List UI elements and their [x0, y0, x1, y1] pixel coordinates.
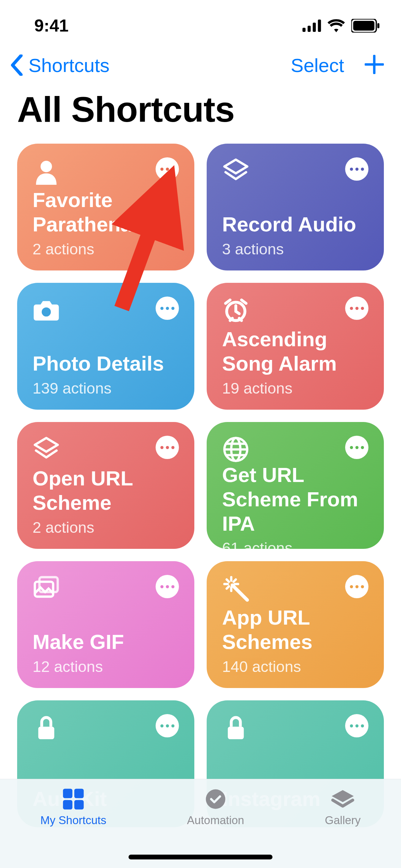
more-options-button[interactable]: [156, 436, 179, 459]
more-options-button[interactable]: [345, 297, 368, 320]
svg-point-7: [40, 161, 52, 172]
shortcut-title: Photo Details: [33, 352, 179, 376]
lock-icon: [222, 714, 250, 742]
shortcut-title: Record Audio: [222, 213, 368, 237]
photos-icon: [33, 575, 60, 602]
camera-icon: [33, 297, 60, 324]
back-button[interactable]: Shortcuts: [10, 54, 110, 76]
shortcut-card[interactable]: Get URL Scheme From IPA61 actions: [207, 422, 384, 549]
shortcut-card[interactable]: Photo Details139 actions: [17, 283, 194, 410]
svg-rect-1: [308, 26, 311, 32]
checkmark-circle-icon: [202, 788, 229, 810]
tab-automation[interactable]: Automation: [187, 788, 244, 827]
shortcut-card[interactable]: App URL Schemes140 actions: [207, 561, 384, 688]
shortcut-title: Ascending Song Alarm: [222, 327, 368, 376]
more-options-button[interactable]: [345, 575, 368, 598]
svg-rect-5: [353, 21, 374, 31]
svg-point-8: [42, 308, 51, 317]
back-label: Shortcuts: [28, 54, 110, 76]
more-options-button[interactable]: [156, 575, 179, 598]
alarm-icon: [222, 297, 250, 324]
shortcut-card[interactable]: Ascending Song Alarm19 actions: [207, 283, 384, 410]
svg-rect-19: [74, 789, 84, 798]
tab-label: Gallery: [325, 814, 361, 827]
navigation-bar: Shortcuts Select: [0, 45, 401, 89]
shortcut-card[interactable]: Record Audio3 actions: [207, 144, 384, 270]
wifi-icon: [327, 19, 345, 32]
more-options-button[interactable]: [156, 157, 179, 181]
svg-rect-3: [318, 20, 321, 32]
shortcuts-grid: Favorite Parathena2 actionsRecord Audio3…: [0, 144, 401, 827]
lock-icon: [33, 714, 60, 742]
svg-point-22: [206, 789, 226, 809]
more-options-button[interactable]: [345, 436, 368, 459]
shortcut-card[interactable]: Make GIF12 actions: [17, 561, 194, 688]
shortcut-title: Favorite Parathena: [33, 188, 179, 237]
grid-icon: [60, 788, 87, 810]
tab-label: My Shortcuts: [40, 814, 107, 827]
svg-rect-20: [63, 800, 73, 810]
svg-rect-0: [303, 28, 306, 32]
shortcut-subtitle: 3 actions: [222, 240, 368, 258]
layers-icon: [329, 788, 356, 810]
more-options-button[interactable]: [156, 297, 179, 320]
shortcut-title: Get URL Scheme From IPA: [222, 463, 368, 536]
shortcut-card[interactable]: Favorite Parathena2 actions: [17, 144, 194, 270]
shortcut-title: Make GIF: [33, 630, 179, 654]
svg-rect-18: [63, 789, 73, 798]
shortcut-subtitle: 2 actions: [33, 519, 179, 537]
status-bar: 9:41: [0, 0, 401, 45]
shortcut-title: App URL Schemes: [222, 606, 368, 654]
shortcut-subtitle: 140 actions: [222, 658, 368, 676]
shortcut-subtitle: 61 actions: [222, 539, 368, 549]
layers-icon: [33, 436, 60, 463]
tab-gallery[interactable]: Gallery: [325, 788, 361, 827]
tab-label: Automation: [187, 814, 244, 827]
svg-rect-21: [74, 800, 84, 810]
person-icon: [33, 157, 60, 185]
shortcut-subtitle: 2 actions: [33, 240, 179, 258]
globe-icon: [222, 436, 250, 463]
plus-icon: [365, 55, 384, 74]
home-indicator: [129, 855, 272, 859]
svg-rect-6: [377, 23, 379, 28]
battery-icon: [351, 19, 380, 33]
svg-rect-14: [38, 727, 54, 739]
add-button[interactable]: [365, 55, 384, 75]
shortcut-subtitle: 139 actions: [33, 379, 179, 397]
more-options-button[interactable]: [345, 157, 368, 181]
shortcut-subtitle: 12 actions: [33, 658, 179, 676]
layers-icon: [222, 157, 250, 185]
status-time: 9:41: [34, 16, 69, 36]
more-options-button[interactable]: [345, 714, 368, 737]
select-button[interactable]: Select: [291, 54, 344, 76]
wand-icon: [222, 575, 250, 602]
svg-rect-15: [228, 727, 244, 739]
page-title: All Shortcuts: [0, 89, 401, 144]
shortcut-subtitle: 19 actions: [222, 379, 368, 397]
status-indicators: [302, 19, 380, 33]
more-options-button[interactable]: [156, 714, 179, 737]
shortcut-card[interactable]: Open URL Scheme2 actions: [17, 422, 194, 549]
chevron-left-icon: [10, 55, 23, 76]
shortcut-title: Open URL Scheme: [33, 467, 179, 515]
cellular-icon: [302, 20, 321, 32]
tab-my-shortcuts[interactable]: My Shortcuts: [40, 788, 107, 827]
svg-rect-2: [313, 23, 316, 32]
